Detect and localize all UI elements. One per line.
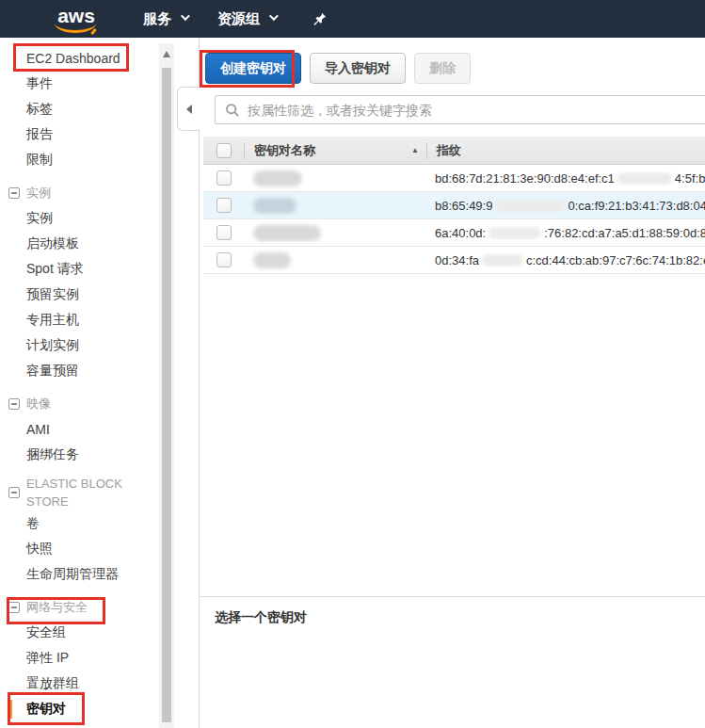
sidebar-item[interactable]: 报告	[0, 121, 159, 147]
sidebar-item[interactable]: 捆绑任务	[0, 442, 159, 467]
sidebar-item[interactable]: ELASTIC BLOCK STORE	[0, 475, 159, 510]
sidebar-item-label: 卷	[26, 515, 40, 532]
sidebar-item-label: Spot 请求	[26, 261, 84, 278]
sidebar-scrollbar[interactable]	[159, 43, 174, 728]
table-row[interactable]: b8:65:49:90:ca:f9:21:b3:41:73:d8:04:ca:9	[203, 192, 705, 219]
sidebar-item[interactable]: 安全组	[0, 620, 159, 645]
sidebar-item-label: 实例	[26, 210, 53, 227]
sidebar-item[interactable]: 预留实例	[0, 282, 159, 307]
sidebar-item[interactable]: 卷	[0, 510, 159, 536]
sidebar-item-label: ELASTIC BLOCK STORE	[26, 475, 137, 510]
sidebar-item[interactable]: 计划实例	[0, 332, 159, 358]
key-pairs-table: 密钥对名称 ▲ 指纹 bd:68:7d:21:81:3e:90:d8:e4:ef…	[203, 137, 705, 274]
column-header-key-name[interactable]: 密钥对名称 ▲	[245, 142, 426, 159]
sidebar-item-label: 限制	[26, 152, 53, 169]
row-checkbox[interactable]	[216, 252, 232, 267]
nav-resource-groups-menu[interactable]: 资源组	[217, 10, 276, 28]
collapse-section-icon[interactable]	[8, 187, 20, 199]
create-key-pair-button[interactable]: 创建密钥对	[205, 53, 301, 84]
scrollbar-thumb[interactable]	[162, 68, 171, 722]
sidebar-item[interactable]: EC2 Dashboard	[0, 45, 159, 71]
row-checkbox[interactable]	[216, 198, 232, 213]
sidebar-item-label: 网络与安全	[26, 598, 137, 616]
search-input[interactable]	[248, 103, 705, 118]
redacted-fingerprint-segment	[495, 200, 565, 212]
import-key-pair-button[interactable]: 导入密钥对	[310, 53, 406, 84]
sidebar-item-label: 捆绑任务	[26, 446, 79, 463]
ec2-sidebar: EC2 Dashboard 事件 标签 报告 限制 实例 实例	[0, 38, 159, 728]
sort-ascending-icon[interactable]: ▲	[411, 146, 419, 154]
table-row[interactable]: 0d:34:fac:cd:44:cb:ab:97:c7:6c:74:1b:82:…	[203, 247, 705, 274]
sidebar-item-label: 置放群组	[26, 675, 79, 692]
fingerprint-cell: 0d:34:fac:cd:44:cb:ab:97:c7:6c:74:1b:82:…	[425, 253, 705, 267]
delete-button: 删除	[414, 53, 471, 84]
row-checkbox[interactable]	[216, 225, 232, 240]
sidebar-item[interactable]: 标签	[0, 96, 159, 121]
fingerprint-cell: b8:65:49:90:ca:f9:21:b3:41:73:d8:04:ca:9	[425, 199, 705, 213]
sidebar-item[interactable]: Spot 请求	[0, 256, 159, 282]
sidebar-item-label: 生命周期管理器	[26, 566, 119, 583]
sidebar-item[interactable]: 实例	[0, 180, 159, 205]
top-nav-bar: aws 服务 资源组	[0, 0, 705, 38]
sidebar-collapse-handle[interactable]	[177, 87, 200, 131]
chevron-left-icon	[186, 105, 192, 114]
aws-logo[interactable]: aws	[52, 5, 101, 33]
sidebar-item-label: 快照	[26, 541, 53, 558]
sidebar-item[interactable]: 专用主机	[0, 307, 159, 332]
table-row[interactable]: 6a:40:0d::76:82:cd:a7:a5:d1:88:59:0d:86:…	[203, 219, 705, 247]
selected-indicator	[8, 700, 12, 719]
sidebar-item[interactable]: 映像	[0, 391, 159, 416]
row-checkbox[interactable]	[216, 170, 232, 186]
filter-search-box[interactable]	[215, 95, 705, 124]
sidebar-item-label: EC2 Dashboard	[26, 51, 120, 66]
sidebar-item-label: 报告	[26, 126, 53, 143]
sidebar-item-label: 启动模板	[26, 235, 79, 252]
sidebar-item-label: 映像	[26, 395, 137, 413]
scroll-up-arrow-icon[interactable]	[163, 51, 170, 57]
toolbar: 创建密钥对 导入密钥对 删除	[205, 53, 479, 84]
table-header-row: 密钥对名称 ▲ 指纹	[203, 137, 705, 165]
detail-pane-message: 选择一个密钥对	[200, 596, 705, 626]
sidebar-item[interactable]: 网络与安全	[0, 594, 159, 620]
sidebar-item[interactable]: 限制	[0, 147, 159, 172]
sidebar-item-label: 弹性 IP	[26, 650, 69, 667]
fingerprint-cell: bd:68:7d:21:81:3e:90:d8:e4:ef:c14:5f:b0:…	[425, 171, 705, 186]
sidebar-item-label: AMI	[26, 422, 50, 437]
sidebar-item[interactable]: 置放群组	[0, 671, 159, 696]
search-icon	[225, 103, 240, 118]
sidebar-item[interactable]: 快照	[0, 536, 159, 561]
sidebar-item-label: 密钥对	[26, 701, 66, 718]
redacted-key-pair-name	[253, 225, 321, 241]
sidebar-item[interactable]: 生命周期管理器	[0, 561, 159, 587]
sidebar-item[interactable]: 实例	[0, 205, 159, 231]
nav-services-label: 服务	[143, 10, 171, 28]
sidebar-item[interactable]: 密钥对	[0, 696, 159, 721]
sidebar-item-label: 实例	[26, 184, 137, 202]
column-header-fingerprint[interactable]: 指纹	[427, 142, 705, 159]
table-body: bd:68:7d:21:81:3e:90:d8:e4:ef:c14:5f:b0:…	[203, 165, 705, 274]
sidebar-item[interactable]: 容量预留	[0, 358, 159, 383]
sidebar-item[interactable]: 启动模板	[0, 231, 159, 256]
collapse-section-icon[interactable]	[8, 487, 20, 498]
collapse-section-icon[interactable]	[8, 398, 20, 410]
pushpin-icon[interactable]	[312, 11, 328, 27]
chevron-down-icon	[269, 11, 279, 21]
select-all-checkbox[interactable]	[216, 143, 232, 158]
sidebar-item-label: 安全组	[26, 624, 66, 641]
sidebar-item-label: 事件	[26, 75, 53, 92]
sidebar-item-label: 计划实例	[26, 337, 79, 354]
collapse-section-icon[interactable]	[8, 602, 20, 613]
sidebar-item[interactable]: 弹性 IP	[0, 645, 159, 671]
sidebar-item-label: 预留实例	[26, 286, 79, 303]
fingerprint-cell: 6a:40:0d::76:82:cd:a7:a5:d1:88:59:0d:86:…	[425, 226, 705, 240]
chevron-down-icon	[181, 11, 190, 21]
aws-smile-icon	[55, 23, 96, 33]
redacted-key-pair-name	[253, 198, 296, 214]
sidebar-item[interactable]: AMI	[0, 416, 159, 442]
nav-services-menu[interactable]: 服务	[143, 10, 187, 28]
sidebar-item-label: 容量预留	[26, 363, 79, 380]
redacted-fingerprint-segment	[617, 172, 672, 185]
sidebar-item-label: 标签	[26, 101, 53, 118]
sidebar-item[interactable]: 事件	[0, 71, 159, 96]
table-row[interactable]: bd:68:7d:21:81:3e:90:d8:e4:ef:c14:5f:b0:…	[203, 165, 705, 192]
